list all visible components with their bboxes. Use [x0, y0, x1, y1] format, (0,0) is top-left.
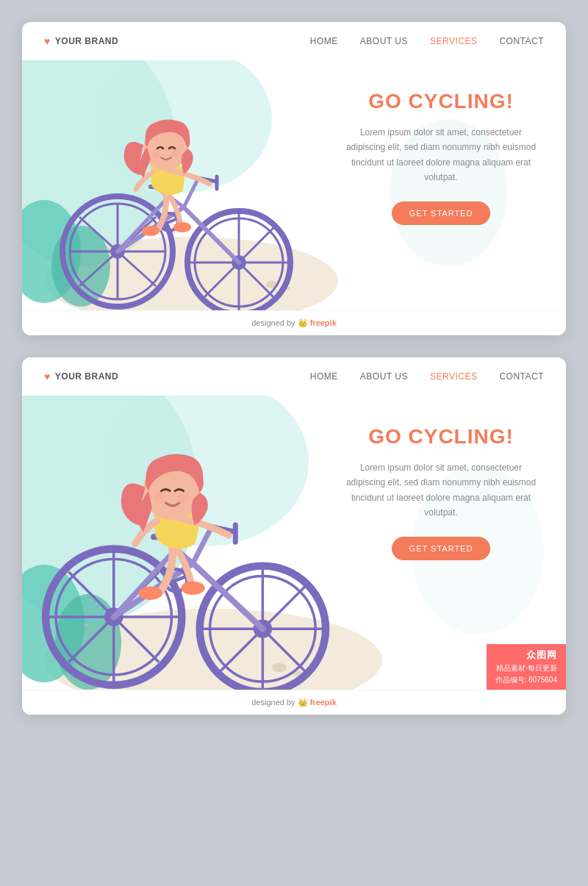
card-bottom: ♥ YOUR BRAND HOME ABOUT US SERVICES CONT… — [22, 357, 566, 715]
hero-desc-bottom: Lorem ipsum dolor sit amet, consectetuer… — [345, 460, 537, 521]
svg-point-71 — [138, 586, 162, 600]
nav-about-bottom[interactable]: ABOUT US — [360, 371, 408, 382]
hero-content-bottom: GO CYCLING! Lorem ipsum dolor sit amet, … — [345, 425, 537, 560]
svg-line-24 — [184, 178, 198, 207]
hero-content-top: GO CYCLING! Lorem ipsum dolor sit amet, … — [345, 90, 537, 225]
freepik-brand-top: freepik — [310, 318, 337, 327]
nav-links-bottom: HOME ABOUT US SERVICES CONTACT — [310, 371, 544, 382]
hero-title-bottom: GO CYCLING! — [345, 425, 537, 449]
freepik-brand-bottom: freepik — [310, 698, 337, 707]
heart-icon-bottom: ♥ — [44, 371, 51, 382]
nav-about[interactable]: ABOUT US — [360, 36, 408, 46]
navbar-top: ♥ YOUR BRAND HOME ABOUT US SERVICES CONT… — [22, 22, 566, 60]
watermark-tagline: 精品素材·每日更新 — [496, 663, 557, 674]
card-footer-bottom: designed by 👑 freepik — [22, 690, 566, 715]
nav-home[interactable]: HOME — [310, 36, 338, 46]
heart-icon: ♥ — [44, 35, 51, 47]
hero-top: GO CYCLING! Lorem ipsum dolor sit amet, … — [22, 60, 566, 310]
nav-home-bottom[interactable]: HOME — [310, 371, 338, 382]
get-started-button-top[interactable]: GET STARTED — [392, 201, 491, 225]
svg-point-72 — [181, 581, 204, 595]
card-top: ♥ YOUR BRAND HOME ABOUT US SERVICES CONT… — [22, 22, 566, 335]
nav-services[interactable]: SERVICES — [430, 36, 477, 46]
page-wrapper: ♥ YOUR BRAND HOME ABOUT US SERVICES CONT… — [0, 0, 588, 886]
svg-point-36 — [151, 149, 160, 158]
brand-name-bottom: YOUR BRAND — [55, 371, 118, 382]
hero-bottom: GO CYCLING! Lorem ipsum dolor sit amet, … — [22, 396, 566, 690]
footer-text-top: designed by — [251, 318, 295, 327]
get-started-button-bottom[interactable]: GET STARTED — [392, 537, 491, 560]
hero-title-top: GO CYCLING! — [345, 90, 537, 113]
watermark-overlay: 众图网 精品素材·每日更新 作品编号: 6075604 — [487, 644, 567, 690]
cycling-illustration-bottom — [22, 403, 331, 690]
nav-links-top: HOME ABOUT US SERVICES CONTACT — [310, 36, 544, 46]
card-footer-top: designed by 👑 freepik — [22, 310, 566, 335]
watermark-site: 众图网 — [526, 649, 557, 662]
nav-contact[interactable]: CONTACT — [499, 36, 544, 46]
nav-services-bottom[interactable]: SERVICES — [430, 371, 477, 382]
svg-point-34 — [173, 222, 191, 232]
navbar-bottom: ♥ YOUR BRAND HOME ABOUT US SERVICES CONT… — [22, 357, 566, 396]
brand-bottom: ♥ YOUR BRAND — [44, 371, 118, 382]
svg-point-33 — [142, 226, 159, 236]
brand-name: YOUR BRAND — [55, 36, 118, 46]
watermark-code: 作品编号: 6075604 — [495, 675, 558, 685]
hero-desc-top: Lorem ipsum dolor sit amet, consectetuer… — [345, 125, 537, 185]
cycling-illustration-top — [22, 75, 301, 310]
nav-contact-bottom[interactable]: CONTACT — [499, 371, 544, 382]
brand-top: ♥ YOUR BRAND — [44, 35, 118, 47]
svg-point-37 — [171, 149, 179, 158]
footer-text-bottom: designed by — [251, 698, 295, 707]
svg-point-74 — [154, 492, 165, 504]
